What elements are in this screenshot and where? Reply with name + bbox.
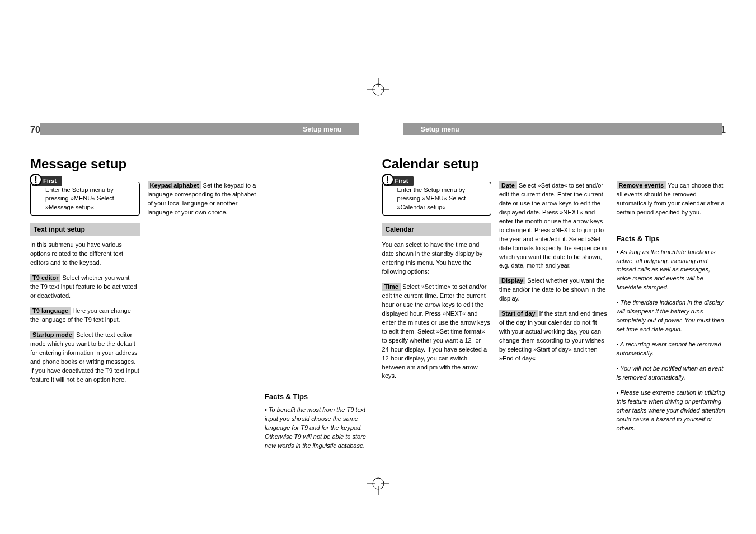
first-box-2: ! First Enter the Setup menu by pressing… — [382, 182, 492, 216]
first-box-1: ! First Enter the Setup menu by pressing… — [30, 182, 140, 216]
column-2: Keypad alphabet Set the keypad to a lang… — [148, 154, 257, 457]
facts-tips-heading-1: Facts & Tips — [265, 392, 374, 402]
para-intro: In this submenu you have various options… — [30, 241, 140, 268]
para-keypad: Keypad alphabet Set the keypad to a lang… — [148, 181, 257, 217]
column-6: Remove events You can choose that all ev… — [617, 154, 726, 457]
tag-t9-editor: T9 editor — [30, 274, 60, 282]
section-calendar: Calendar — [382, 223, 492, 236]
tag-remove-events: Remove events — [617, 181, 666, 189]
header-text-left: Setup menu — [303, 125, 341, 133]
crop-mark-bottom — [367, 472, 389, 495]
para-calendar-intro: You can select to have the time and date… — [382, 241, 492, 277]
tag-time: Time — [382, 283, 401, 291]
tag-keypad-alphabet: Keypad alphabet — [148, 181, 201, 189]
para-startup: Startup mode Select the text editor mode… — [30, 331, 140, 385]
header-bar-right: Setup menu — [403, 123, 722, 135]
tag-display: Display — [499, 277, 525, 284]
tip-2: • As long as the time/date function is a… — [617, 248, 726, 293]
column-5: Date Select »Set date« to set and/or edi… — [499, 154, 609, 457]
column-3: Facts & Tips • To benefit the most from … — [265, 154, 374, 457]
tag-date: Date — [499, 181, 517, 189]
para-startday: Start of day If the start and end times … — [499, 310, 609, 363]
page-number-left: 70 — [30, 125, 40, 135]
tip-4: • A recurring event cannot be removed au… — [617, 340, 726, 358]
para-remove: Remove events You can choose that all ev… — [617, 181, 726, 217]
tip-3: • The time/date indication in the displa… — [617, 298, 726, 334]
para-t9lang: T9 language Here you can change the lang… — [30, 307, 140, 325]
column-1: Message setup ! First Enter the Setup me… — [30, 154, 140, 457]
header-text-right: Setup menu — [421, 125, 459, 133]
tip-5: • You will not be notified when an event… — [617, 364, 726, 382]
title-message-setup: Message setup — [30, 154, 140, 174]
first-box-text: Enter the Setup menu by pressing »MENU« … — [45, 186, 114, 210]
exclamation-icon: ! — [382, 174, 394, 186]
exclamation-icon: ! — [30, 174, 42, 186]
column-4: Calendar setup ! First Enter the Setup m… — [382, 154, 492, 457]
first-box-text: Enter the Setup menu by pressing »MENU« … — [397, 186, 466, 210]
para-display: Display Select whether you want the time… — [499, 277, 609, 303]
section-text-input: Text input setup — [30, 223, 140, 236]
tag-startup-mode: Startup mode — [30, 331, 74, 339]
tip-6: • Please use extreme caution in utilizin… — [617, 388, 726, 433]
facts-tips-heading-2: Facts & Tips — [617, 234, 726, 245]
tag-t9-language: T9 language — [30, 307, 71, 315]
tag-start-of-day: Start of day — [499, 310, 538, 317]
para-time: Time Select »Set time« to set and/or edi… — [382, 283, 492, 381]
header-bar-left: Setup menu — [40, 123, 359, 135]
para-t9editor: T9 editor Select whether you want the T9… — [30, 274, 140, 301]
tip-t9: • To benefit the most from the T9 text i… — [265, 406, 374, 451]
title-calendar-setup: Calendar setup — [382, 154, 492, 174]
para-date: Date Select »Set date« to set and/or edi… — [499, 181, 609, 270]
crop-mark-top — [367, 78, 389, 101]
